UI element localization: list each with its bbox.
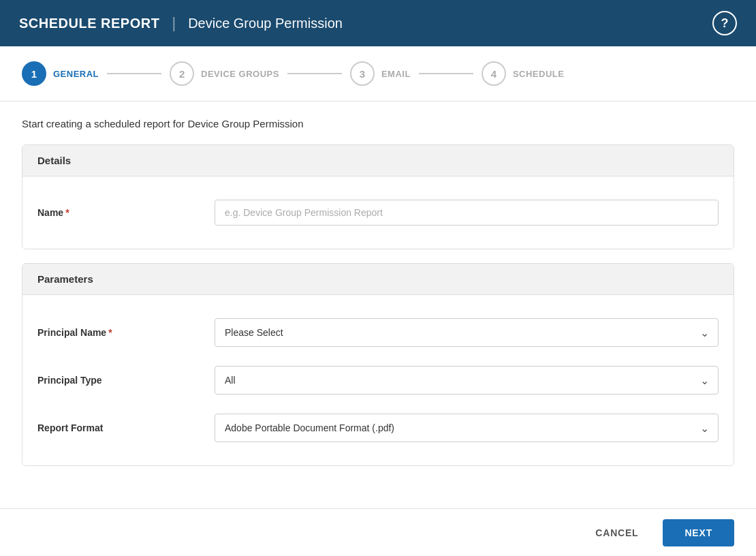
details-section: Details Name* (22, 144, 734, 249)
report-format-label: Report Format (37, 422, 215, 433)
principal-name-field-wrapper: Please Select ⌄ (215, 318, 719, 347)
header-divider: | (172, 14, 176, 32)
details-section-body: Name* (22, 176, 734, 249)
content-area: Start creating a scheduled report for De… (0, 102, 756, 508)
step-circle-2: 2 (170, 61, 194, 86)
header-left: SCHEDULE REPORT | Device Group Permissio… (19, 14, 343, 32)
report-format-field-wrapper: Adobe Portable Document Format (.pdf)CSV… (215, 414, 719, 442)
report-format-select[interactable]: Adobe Portable Document Format (.pdf)CSV… (215, 414, 719, 442)
principal-type-label: Principal Type (37, 375, 215, 386)
step-circle-4: 4 (482, 61, 506, 86)
step-label-schedule: SCHEDULE (513, 69, 565, 79)
step-connector-2-3 (287, 73, 342, 74)
report-format-row: Report Format Adobe Portable Document Fo… (37, 404, 719, 452)
principal-type-row: Principal Type AllUserGroup ⌄ (37, 356, 719, 404)
principal-name-select-wrapper: Please Select ⌄ (215, 318, 719, 347)
principal-type-select-wrapper: AllUserGroup ⌄ (215, 366, 719, 395)
principal-name-row: Principal Name* Please Select ⌄ (37, 309, 719, 356)
step-label-device-groups: DEVICE GROUPS (201, 69, 279, 79)
details-section-header: Details (22, 145, 734, 176)
step-schedule: 4 SCHEDULE (482, 61, 565, 86)
parameters-section-header: Parameters (22, 264, 734, 295)
principal-name-select[interactable]: Please Select (215, 318, 719, 347)
step-device-groups: 2 DEVICE GROUPS (170, 61, 279, 86)
principal-name-required-star: * (108, 327, 112, 338)
page-subtitle: Device Group Permission (188, 16, 343, 31)
report-format-select-wrapper: Adobe Portable Document Format (.pdf)CSV… (215, 414, 719, 442)
step-connector-3-4 (419, 73, 473, 74)
cancel-button[interactable]: CANCEL (579, 521, 655, 545)
step-general: 1 GENERAL (22, 61, 99, 86)
principal-type-select[interactable]: AllUserGroup (215, 366, 719, 395)
next-button[interactable]: NEXT (663, 519, 734, 546)
name-required-star: * (65, 207, 69, 218)
step-email: 3 EMAIL (350, 61, 411, 86)
help-icon[interactable]: ? (712, 11, 737, 35)
intro-text: Start creating a scheduled report for De… (22, 118, 734, 129)
principal-type-field-wrapper: AllUserGroup ⌄ (215, 366, 719, 395)
name-field-wrapper (215, 200, 719, 226)
step-connector-1-2 (107, 73, 161, 74)
steps-bar: 1 GENERAL 2 DEVICE GROUPS 3 EMAIL 4 SCHE… (0, 46, 756, 102)
step-label-general: GENERAL (53, 69, 99, 79)
name-label: Name* (37, 207, 215, 218)
step-circle-3: 3 (350, 61, 375, 86)
name-row: Name* (37, 190, 719, 235)
parameters-section: Parameters Principal Name* Please Select… (22, 263, 734, 466)
step-label-email: EMAIL (381, 69, 411, 79)
step-circle-1: 1 (22, 61, 46, 86)
footer: CANCEL NEXT (0, 508, 756, 556)
name-input[interactable] (215, 200, 719, 226)
app-title: SCHEDULE REPORT (19, 16, 159, 31)
page-header: SCHEDULE REPORT | Device Group Permissio… (0, 0, 756, 46)
principal-name-label: Principal Name* (37, 327, 215, 338)
parameters-section-body: Principal Name* Please Select ⌄ Principa… (22, 295, 734, 465)
